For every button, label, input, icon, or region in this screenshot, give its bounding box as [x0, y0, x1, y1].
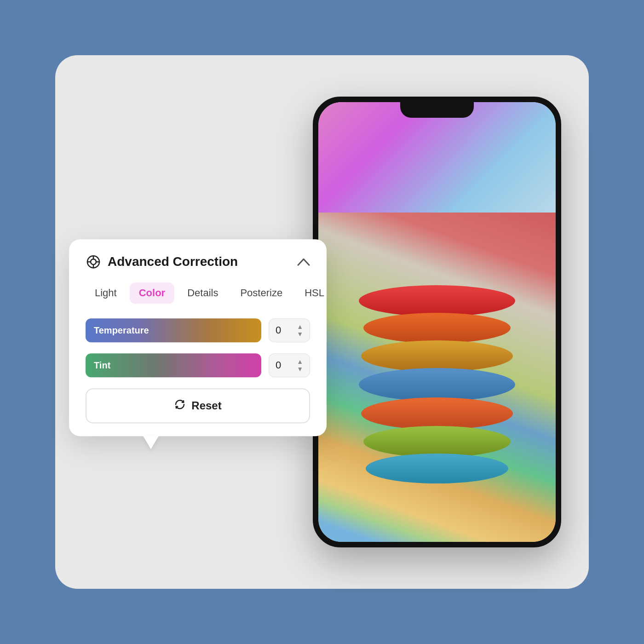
phone-screen [318, 102, 556, 542]
tab-light[interactable]: Light [86, 282, 126, 304]
temperature-slider-container: Temperature 0 ▲ ▼ [86, 318, 310, 342]
disc-inner-4 [361, 370, 513, 399]
disc-inner-1 [361, 287, 513, 315]
disc-stack [350, 267, 524, 488]
tint-stepper: ▲ ▼ [297, 358, 303, 372]
disc-inner-3 [363, 342, 511, 370]
tint-label: Tint [94, 360, 110, 371]
tab-hsl[interactable]: HSL [295, 282, 334, 304]
temperature-stepper: ▲ ▼ [297, 323, 303, 337]
tab-posterize[interactable]: Posterize [231, 282, 292, 304]
tint-value-box: 0 ▲ ▼ [269, 353, 310, 377]
tint-increment[interactable]: ▲ [297, 358, 303, 365]
disc-4 [359, 368, 515, 401]
tab-bar: Light Color Details Posterize HSL [86, 282, 310, 304]
temperature-slider-row: Temperature 0 ▲ ▼ [86, 318, 310, 342]
disc-5 [361, 397, 513, 430]
disc-2 [363, 313, 511, 343]
temperature-slider-track[interactable]: Temperature [86, 318, 261, 342]
collapse-button[interactable] [297, 255, 310, 268]
temperature-thumb[interactable] [172, 322, 175, 339]
temperature-value-box: 0 ▲ ▼ [269, 318, 310, 342]
phone-screen-image [318, 213, 556, 542]
temperature-value: 0 [276, 324, 281, 336]
main-container: Advanced Correction Light Color Details … [55, 55, 589, 589]
temperature-label: Temperature [94, 325, 149, 336]
phone-mockup [313, 97, 561, 547]
correction-icon [86, 254, 101, 270]
svg-point-1 [91, 259, 96, 264]
disc-inner-7 [368, 455, 506, 482]
disc-3 [361, 340, 513, 372]
phone-notch [400, 102, 474, 118]
disc-inner-2 [365, 315, 509, 341]
tint-slider-track[interactable]: Tint [86, 353, 261, 377]
reset-label: Reset [191, 399, 221, 412]
tint-value: 0 [276, 359, 281, 371]
panel-header: Advanced Correction [86, 254, 310, 270]
temperature-increment[interactable]: ▲ [297, 323, 303, 330]
advanced-correction-panel: Advanced Correction Light Color Details … [69, 239, 327, 436]
tab-color[interactable]: Color [130, 282, 174, 304]
disc-1 [359, 285, 515, 316]
panel-title: Advanced Correction [108, 254, 238, 269]
disc-inner-6 [365, 428, 509, 455]
disc-inner-5 [363, 399, 511, 428]
reset-icon [174, 398, 186, 413]
tint-decrement[interactable]: ▼ [297, 366, 303, 372]
temperature-decrement[interactable]: ▼ [297, 331, 303, 337]
disc-6 [363, 426, 511, 457]
tab-details[interactable]: Details [178, 282, 227, 304]
disc-7 [366, 454, 508, 483]
tint-thumb[interactable] [172, 357, 175, 374]
phone-screen-gradient [318, 102, 556, 213]
tint-slider-container: Tint 0 ▲ ▼ [86, 353, 310, 377]
panel-title-group: Advanced Correction [86, 254, 238, 270]
reset-button[interactable]: Reset [86, 388, 310, 423]
tint-slider-row: Tint 0 ▲ ▼ [86, 353, 310, 377]
